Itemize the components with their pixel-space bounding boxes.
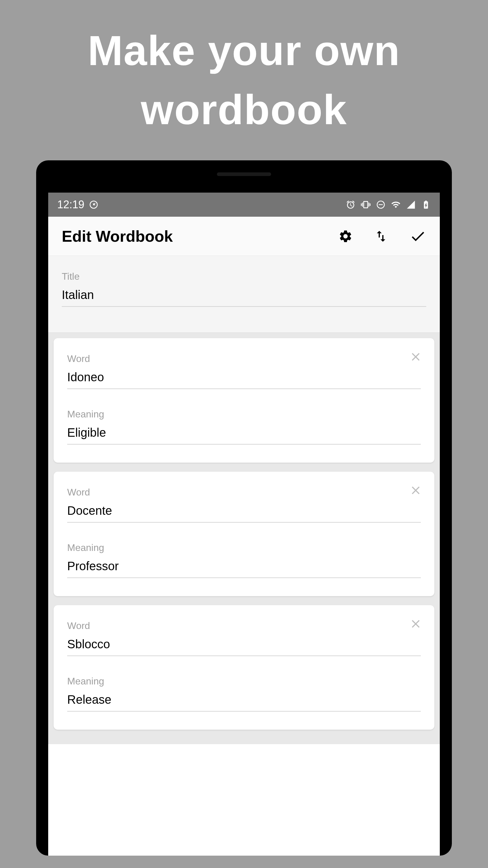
vibrate-icon [361, 200, 370, 210]
status-time: 12:19 [57, 198, 84, 211]
check-icon[interactable] [410, 228, 426, 245]
gear-icon[interactable] [338, 229, 353, 244]
battery-icon [421, 200, 431, 210]
word-card: Word Idoneo Meaning Eligible [54, 338, 434, 463]
word-label: Word [67, 353, 421, 364]
page-title: Edit Wordbook [62, 227, 173, 245]
phone-frame: 12:19 Edit Wordbook Title It [36, 160, 452, 856]
close-icon[interactable] [409, 617, 422, 630]
meaning-input[interactable]: Professor [67, 559, 421, 578]
app-bar: Edit Wordbook [48, 217, 440, 256]
word-card: Word Sblocco Meaning Release [54, 605, 434, 730]
word-label: Word [67, 620, 421, 631]
alarm-icon [346, 200, 355, 210]
promo-title: Make your own wordbook [0, 0, 488, 139]
sort-icon[interactable] [374, 229, 388, 244]
close-icon[interactable] [409, 350, 422, 364]
word-input[interactable]: Idoneo [67, 370, 421, 389]
cards-container: Word Idoneo Meaning Eligible Word Docent… [48, 333, 440, 744]
phone-speaker [217, 173, 271, 176]
dnd-icon [376, 200, 386, 210]
title-input[interactable]: Italian [62, 288, 426, 307]
word-input[interactable]: Sblocco [67, 638, 421, 656]
close-icon[interactable] [409, 484, 422, 497]
screen: 12:19 Edit Wordbook Title It [48, 193, 440, 856]
word-input[interactable]: Docente [67, 504, 421, 523]
title-section: Title Italian [48, 256, 440, 333]
meaning-input[interactable]: Eligible [67, 426, 421, 444]
meaning-label: Meaning [67, 409, 421, 420]
signal-icon [406, 200, 416, 210]
meaning-input[interactable]: Release [67, 693, 421, 712]
status-bar: 12:19 [48, 193, 440, 217]
word-label: Word [67, 487, 421, 498]
wifi-icon [391, 200, 401, 210]
sync-icon [89, 200, 98, 210]
meaning-label: Meaning [67, 676, 421, 687]
word-card: Word Docente Meaning Professor [54, 472, 434, 596]
meaning-label: Meaning [67, 542, 421, 553]
title-label: Title [62, 271, 426, 282]
